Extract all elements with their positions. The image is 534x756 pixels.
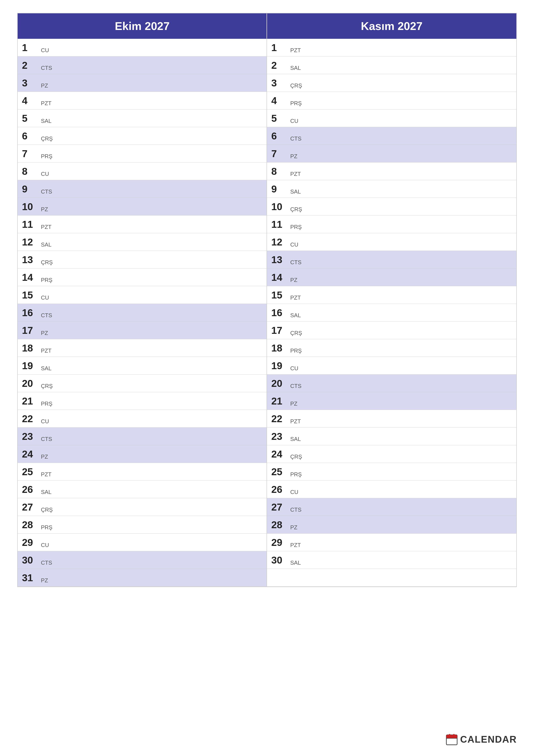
day-number: 3 bbox=[271, 78, 289, 88]
day-number: 5 bbox=[271, 113, 289, 123]
day-row: 4PRŞ bbox=[267, 92, 516, 109]
day-name: PZT bbox=[290, 418, 301, 425]
day-name: SAL bbox=[290, 559, 301, 566]
day-name: PZ bbox=[290, 277, 297, 284]
day-row: 7PZ bbox=[267, 145, 516, 162]
day-name: CTS bbox=[41, 559, 52, 566]
day-number: 31 bbox=[22, 573, 39, 583]
day-number: 18 bbox=[271, 343, 289, 353]
day-name: PRŞ bbox=[41, 524, 52, 531]
page: Ekim 2027 Kasım 2027 1CU2CTS3PZ4PZT5SAL6… bbox=[0, 0, 534, 756]
day-number: 23 bbox=[271, 431, 289, 441]
day-number: 16 bbox=[22, 308, 39, 318]
day-row: 13ÇRŞ bbox=[18, 251, 267, 269]
day-number: 12 bbox=[271, 237, 289, 247]
day-number: 17 bbox=[22, 325, 39, 335]
day-name: SAL bbox=[290, 312, 301, 319]
day-number: 29 bbox=[22, 537, 39, 547]
day-row: 14PRŞ bbox=[18, 269, 267, 286]
day-number: 15 bbox=[22, 290, 39, 300]
day-number: 23 bbox=[22, 431, 39, 441]
day-number: 11 bbox=[22, 219, 39, 229]
day-name: CTS bbox=[290, 259, 301, 266]
day-name: PZT bbox=[290, 47, 301, 54]
day-number: 2 bbox=[22, 60, 39, 70]
day-number: 24 bbox=[22, 449, 39, 459]
day-name: CTS bbox=[41, 65, 52, 71]
day-number: 6 bbox=[271, 131, 289, 141]
day-row: 2SAL bbox=[267, 56, 516, 74]
day-number: 6 bbox=[22, 131, 39, 141]
day-row: 26CU bbox=[267, 481, 516, 498]
day-name: SAL bbox=[41, 365, 51, 372]
day-name: CU bbox=[41, 294, 49, 301]
day-number: 28 bbox=[271, 520, 289, 530]
day-row: 23CTS bbox=[18, 428, 267, 445]
day-name: PZT bbox=[290, 294, 301, 301]
day-name: CTS bbox=[290, 135, 301, 142]
day-row: 16CTS bbox=[18, 304, 267, 322]
day-name: SAL bbox=[290, 188, 301, 195]
day-row: 25PRŞ bbox=[267, 463, 516, 481]
day-number: 21 bbox=[22, 396, 39, 406]
day-name: PZT bbox=[41, 100, 51, 107]
day-number: 21 bbox=[271, 396, 289, 406]
day-row: 29PZT bbox=[267, 534, 516, 551]
day-name: PZT bbox=[41, 347, 51, 354]
day-row: 8PZT bbox=[267, 162, 516, 180]
day-number: 16 bbox=[271, 308, 289, 318]
ekim-column: 1CU2CTS3PZ4PZT5SAL6ÇRŞ7PRŞ8CU9CTS10PZ11P… bbox=[18, 39, 267, 587]
day-number: 26 bbox=[22, 484, 39, 494]
day-number: 25 bbox=[22, 467, 39, 477]
day-name: ÇRŞ bbox=[290, 82, 302, 89]
day-name: PZ bbox=[41, 453, 48, 460]
day-row: 7PRŞ bbox=[18, 145, 267, 162]
day-row: 15PZT bbox=[267, 286, 516, 304]
day-name: PZT bbox=[41, 224, 51, 230]
day-number: 3 bbox=[22, 78, 39, 88]
day-number: 22 bbox=[22, 414, 39, 424]
day-row: 24PZ bbox=[18, 445, 267, 463]
day-number: 8 bbox=[271, 166, 289, 176]
day-number: 4 bbox=[271, 96, 289, 106]
day-name: PZ bbox=[41, 206, 48, 213]
footer-logo: CALENDAR bbox=[446, 734, 517, 745]
day-name: CU bbox=[41, 171, 49, 177]
day-name: SAL bbox=[41, 118, 51, 124]
day-row: 30SAL bbox=[267, 551, 516, 569]
day-name: PRŞ bbox=[41, 277, 52, 284]
day-row: 28PZ bbox=[267, 516, 516, 534]
day-name: PRŞ bbox=[41, 153, 52, 160]
day-number: 27 bbox=[22, 502, 39, 512]
day-row: 22CU bbox=[18, 410, 267, 428]
day-name: ÇRŞ bbox=[41, 506, 53, 513]
day-row: 27ÇRŞ bbox=[18, 498, 267, 516]
day-row: 15CU bbox=[18, 286, 267, 304]
day-number: 7 bbox=[271, 149, 289, 159]
day-name: SAL bbox=[290, 65, 301, 71]
day-row: 12SAL bbox=[18, 233, 267, 251]
kasim-column: 1PZT2SAL3ÇRŞ4PRŞ5CU6CTS7PZ8PZT9SAL10ÇRŞ1… bbox=[267, 39, 516, 587]
day-number: 7 bbox=[22, 149, 39, 159]
day-number: 11 bbox=[271, 219, 289, 229]
day-row: 27CTS bbox=[267, 498, 516, 516]
day-name: PZ bbox=[41, 577, 48, 584]
day-name: CU bbox=[41, 418, 49, 425]
day-name: PZ bbox=[290, 400, 297, 407]
day-row: 30CTS bbox=[18, 551, 267, 569]
day-name: PZ bbox=[290, 153, 297, 160]
day-number: 20 bbox=[22, 378, 39, 388]
day-name: PRŞ bbox=[41, 400, 52, 407]
day-name: CTS bbox=[290, 506, 301, 513]
day-number: 20 bbox=[271, 378, 289, 388]
day-number: 30 bbox=[22, 555, 39, 565]
day-row: 8CU bbox=[18, 162, 267, 180]
day-number: 1 bbox=[271, 43, 289, 53]
day-number: 1 bbox=[22, 43, 39, 53]
day-row: 13CTS bbox=[267, 251, 516, 269]
day-name: PZ bbox=[41, 82, 48, 89]
day-row: 20ÇRŞ bbox=[18, 375, 267, 392]
day-row: 3ÇRŞ bbox=[267, 74, 516, 92]
day-name: ÇRŞ bbox=[290, 330, 302, 337]
day-row: 29CU bbox=[18, 534, 267, 551]
